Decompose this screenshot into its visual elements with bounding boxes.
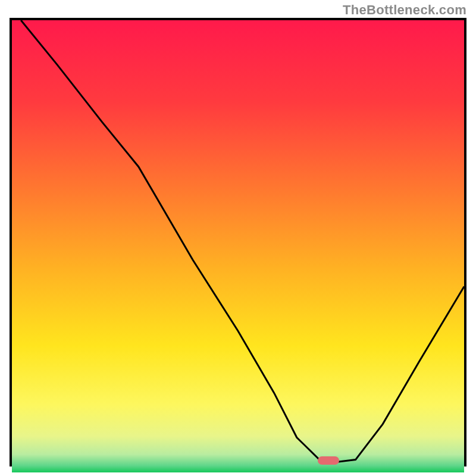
optimal-marker xyxy=(318,456,339,465)
bottleneck-curve xyxy=(12,20,464,464)
chart-frame xyxy=(10,18,466,466)
plot-area xyxy=(12,20,464,464)
watermark-text: TheBottleneck.com xyxy=(343,2,466,18)
curve-path xyxy=(21,20,464,462)
